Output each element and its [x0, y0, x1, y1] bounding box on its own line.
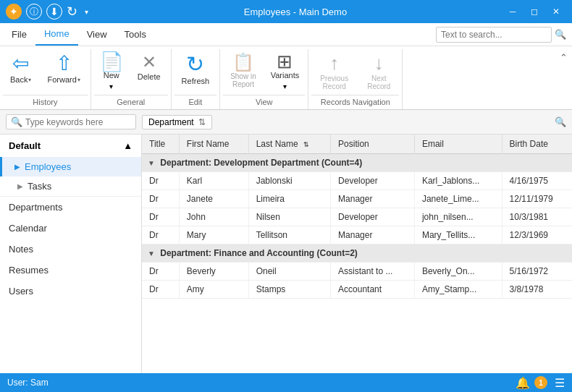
previous-record-button[interactable]: ↑ PreviousRecord — [311, 49, 357, 93]
history-buttons: ⇦ Back ▾ ⇧ Forward ▾ — [3, 49, 88, 93]
menu-file[interactable]: File — [3, 23, 35, 46]
more-icon[interactable]: ☰ — [555, 376, 565, 390]
table-row[interactable]: Dr Beverly Oneil Assistant to ... Beverl… — [142, 263, 572, 281]
ribbon: ⇦ Back ▾ ⇧ Forward ▾ History 📄 — [0, 46, 572, 110]
variants-arrow-icon: ▾ — [283, 82, 287, 90]
refresh-label: Refresh — [182, 77, 210, 85]
table-header-row: Title First Name Last Name ⇅ Position Em… — [142, 135, 572, 154]
cell-birth-date: 12/11/1979 — [502, 190, 572, 208]
menu-home[interactable]: Home — [35, 23, 78, 46]
cell-birth-date: 4/16/1975 — [502, 172, 572, 190]
new-button-split[interactable]: 📄 New ▾ — [94, 49, 129, 93]
new-button[interactable]: 📄 New — [94, 49, 129, 81]
sidebar-default-section: Default ▲ ▶ Employees ▶ Tasks — [0, 135, 141, 197]
new-label: New — [104, 71, 119, 80]
sidebar-default-header[interactable]: Default ▲ — [0, 135, 141, 157]
previous-record-icon: ↑ — [329, 52, 339, 74]
show-in-report-button[interactable]: 📋 Show inReport — [223, 49, 264, 91]
forward-button[interactable]: ⇧ Forward ▾ — [40, 49, 87, 87]
ribbon-group-edit: ↻ Refresh Edit — [172, 49, 221, 109]
sidebar-default-label: Default — [9, 140, 41, 151]
sidebar-item-calendar[interactable]: Calendar — [0, 218, 141, 239]
sidebar-item-tasks[interactable]: ▶ Tasks — [0, 176, 141, 196]
menu-bar: File Home View Tools 🔍 — [0, 23, 572, 46]
department-filter[interactable]: Department ⇅ — [142, 115, 212, 129]
next-record-button[interactable]: ↓ NextRecord — [358, 49, 399, 93]
next-record-label: NextRecord — [367, 74, 390, 90]
variants-arrow-button[interactable]: ▾ — [265, 81, 306, 93]
menu-search-icon[interactable]: 🔍 — [555, 29, 566, 40]
sidebar-item-notes[interactable]: Notes — [0, 239, 141, 260]
cell-birth-date: 5/16/1972 — [502, 263, 572, 281]
back-label: Back — [10, 75, 28, 84]
download-icon: ⬇ — [46, 4, 62, 20]
refresh-icon: ↻ — [186, 54, 204, 75]
cell-last-name: Nilsen — [248, 208, 330, 226]
general-group-label: General — [94, 95, 168, 109]
menu-view[interactable]: View — [78, 23, 116, 46]
menu-tools[interactable]: Tools — [116, 23, 155, 46]
delete-label: Delete — [138, 72, 161, 81]
back-arrow-icon: ▾ — [28, 77, 31, 83]
last-name-sort-icon[interactable]: ⇅ — [303, 141, 309, 148]
ribbon-group-general: 📄 New ▾ ✕ Delete General — [91, 49, 172, 109]
cell-email: Janete_Lime... — [414, 190, 502, 208]
menu-search-input[interactable] — [436, 27, 552, 43]
table-row[interactable]: Dr Janete Limeira Manager Janete_Lime...… — [142, 190, 572, 208]
table-row[interactable]: Dr Amy Stamps Accountant Amy_Stamp... 3/… — [142, 281, 572, 299]
sidebar-item-employees[interactable]: ▶ Employees — [0, 157, 141, 176]
sidebar-item-departments[interactable]: Departments — [0, 197, 141, 218]
cell-email: Beverly_On... — [414, 263, 502, 281]
table-group-row[interactable]: ▼ Department: Finance and Accounting (Co… — [142, 244, 572, 263]
new-arrow-button[interactable]: ▾ — [94, 81, 129, 93]
col-first-name: First Name — [179, 135, 248, 154]
table-group-row[interactable]: ▼ Department: Development Department (Co… — [142, 154, 572, 172]
refresh-title-icon[interactable]: ↻ — [67, 4, 77, 20]
restore-button[interactable]: ◻ — [524, 4, 544, 20]
delete-icon: ✕ — [142, 54, 156, 71]
cell-email: Mary_Tellits... — [414, 226, 502, 244]
col-email: Email — [414, 135, 502, 154]
table-search-icon[interactable]: 🔍 — [555, 116, 566, 127]
notification-badge[interactable]: 1 — [534, 376, 547, 389]
cell-title: Dr — [142, 208, 179, 226]
edit-buttons: ↻ Refresh — [174, 49, 217, 93]
cell-birth-date: 3/8/1978 — [502, 281, 572, 299]
group-row-cell: ▼ Department: Finance and Accounting (Co… — [142, 244, 572, 263]
sidebar-employees-arrow-icon: ▶ — [14, 163, 20, 171]
refresh-button[interactable]: ↻ Refresh — [174, 49, 217, 88]
delete-button[interactable]: ✕ Delete — [130, 49, 168, 84]
variants-label: Variants — [271, 71, 300, 80]
forward-arrow-icon: ▾ — [77, 77, 80, 83]
bell-icon[interactable]: 🔔 — [516, 376, 530, 390]
filter-tag-label: Department — [148, 117, 194, 127]
new-icon: 📄 — [100, 52, 123, 71]
view-group-label: View — [223, 95, 305, 109]
cell-first-name: Janete — [179, 190, 248, 208]
info-icon: ⓘ — [26, 4, 42, 20]
keyword-search-input[interactable] — [25, 117, 127, 127]
close-button[interactable]: ✕ — [546, 4, 566, 20]
cell-first-name: Beverly — [179, 263, 248, 281]
filter-bar: 🔍 Department ⇅ 🔍 — [0, 110, 572, 135]
col-position: Position — [331, 135, 415, 154]
cell-last-name: Oneil — [248, 263, 330, 281]
table-row[interactable]: Dr Mary Tellitson Manager Mary_Tellits..… — [142, 226, 572, 244]
variants-button[interactable]: ⊞ Variants — [265, 49, 306, 81]
table-row[interactable]: Dr John Nilsen Developer john_nilsen... … — [142, 208, 572, 226]
minimize-button[interactable]: ─ — [502, 4, 523, 20]
filter-search-box[interactable]: 🔍 — [6, 114, 136, 129]
cell-first-name: Mary — [179, 226, 248, 244]
cell-position: Assistant to ... — [331, 263, 415, 281]
group-expand-icon[interactable]: ▼ — [148, 159, 155, 167]
back-button[interactable]: ⇦ Back ▾ — [3, 49, 38, 87]
group-expand-icon[interactable]: ▼ — [148, 250, 155, 257]
variants-button-split[interactable]: ⊞ Variants ▾ — [265, 49, 306, 93]
sidebar-item-resumes[interactable]: Resumes — [0, 260, 141, 281]
sidebar-item-users[interactable]: Users — [0, 281, 141, 302]
group-row-cell: ▼ Department: Development Department (Co… — [142, 154, 572, 172]
cell-title: Dr — [142, 190, 179, 208]
ribbon-collapse-button[interactable]: ⌃ — [555, 49, 572, 109]
sidebar: Default ▲ ▶ Employees ▶ Tasks Department… — [0, 135, 142, 373]
table-row[interactable]: Dr Karl Jablonski Developer Karl_Jablons… — [142, 172, 572, 190]
